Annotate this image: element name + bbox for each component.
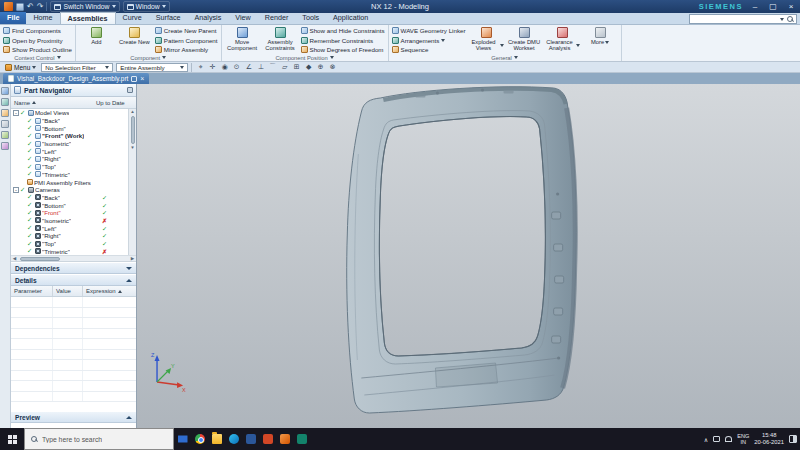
plane-icon[interactable]: ▱ [279, 62, 290, 72]
language-indicator[interactable]: ENG IN [737, 433, 749, 445]
pattern-component-button[interactable]: Pattern Component [155, 35, 218, 44]
word-icon[interactable] [242, 428, 259, 450]
reuse-library-icon[interactable] [1, 120, 9, 128]
part-navigator-icon[interactable] [1, 109, 9, 117]
show-degrees-of-freedom-button[interactable]: Show Degrees of Freedom [301, 45, 385, 54]
tree-item-model-view[interactable]: ✓"Right" [11, 155, 128, 163]
ribbon-tab-view[interactable]: View [228, 12, 257, 24]
assembly-navigator-icon[interactable] [1, 87, 9, 95]
mirror-assembly-button[interactable]: Mirror Assembly [155, 45, 218, 54]
remember-constraints-button[interactable]: Remember Constraints [301, 35, 385, 44]
tree-item-camera[interactable]: ✓"Top"✓ [11, 240, 128, 248]
name-column-header[interactable]: Name [11, 100, 96, 106]
file-explorer-icon[interactable] [208, 428, 225, 450]
minimize-button[interactable] [749, 1, 761, 12]
network-icon[interactable] [713, 436, 720, 442]
scroll-down-icon[interactable]: ▼ [130, 145, 134, 151]
nx-app-icon[interactable] [276, 428, 293, 450]
pin-icon[interactable] [127, 87, 133, 93]
tree-item-model-view[interactable]: ✓"Top" [11, 163, 128, 171]
exploded-views-button[interactable]: Exploded Views [469, 26, 504, 51]
find-components-button[interactable]: Find Components [3, 26, 72, 35]
window-menu-button[interactable]: Window [123, 1, 170, 12]
scroll-thumb[interactable] [20, 257, 60, 261]
create-dmu-workset-button[interactable]: Create DMU Workset [507, 26, 542, 51]
add-component-button[interactable]: Add [79, 26, 114, 45]
endpoint-icon[interactable]: ◉ [219, 62, 230, 72]
angle-icon[interactable]: ∠ [243, 62, 254, 72]
tree-item-model-view[interactable]: ✓"Bottom" [11, 124, 128, 132]
details-section-header[interactable]: Details [11, 274, 136, 286]
command-finder[interactable] [689, 14, 797, 24]
chrome-icon[interactable] [191, 428, 208, 450]
tree-group-model-views[interactable]: -✓Model Views [11, 109, 128, 117]
powerpoint-icon[interactable] [259, 428, 276, 450]
value-column-header[interactable]: Value [53, 286, 83, 296]
undo-icon[interactable]: ↶ [27, 3, 34, 11]
tree-item-camera[interactable]: ✓"Right"✓ [11, 232, 128, 240]
show-hide-constraints-button[interactable]: Show and Hide Constraints [301, 26, 385, 35]
quadrant-icon[interactable]: ⊗ [327, 62, 338, 72]
wave-geometry-linker-button[interactable]: WAVE Geometry Linker [392, 26, 466, 35]
ribbon-group-label-component[interactable]: Component [79, 54, 218, 61]
create-new-button[interactable]: Create New [117, 26, 152, 45]
ribbon-tab-home[interactable]: Home [26, 12, 59, 24]
ribbon-tab-surface[interactable]: Surface [149, 12, 188, 24]
assembly-constraints-button[interactable]: Assembly Constraints [263, 26, 298, 51]
ribbon-tab-application[interactable]: Application [326, 12, 375, 24]
command-finder-input[interactable] [692, 15, 778, 23]
tree-item-model-view[interactable]: ✓"Trimetric" [11, 171, 128, 179]
selection-filter-dropdown[interactable]: No Selection Filter [41, 63, 113, 72]
teams-icon[interactable] [293, 428, 310, 450]
ribbon-tab-render[interactable]: Render [258, 12, 296, 24]
tab-restore-icon[interactable] [131, 76, 137, 82]
scroll-up-icon[interactable]: ▲ [130, 109, 134, 115]
tree-item-pmi-filters[interactable]: PMI Assembly Filters [11, 178, 128, 186]
tree-item-camera[interactable]: ✓"Trimetric"✗ [11, 247, 128, 255]
redo-icon[interactable]: ↷ [37, 3, 44, 11]
ribbon-tab-curve[interactable]: Curve [116, 12, 149, 24]
up-to-date-column-header[interactable]: Up to Date [96, 100, 136, 106]
view-manager-icon[interactable] [1, 131, 9, 139]
tree-group-cameras[interactable]: -✓Cameras [11, 186, 128, 194]
snap-point-icon[interactable]: ✛ [207, 62, 218, 72]
intersection-icon[interactable]: ⊕ [315, 62, 326, 72]
arrangements-button[interactable]: Arrangements [392, 35, 466, 44]
open-by-proximity-button[interactable]: Open by Proximity [3, 35, 72, 44]
perpendicular-icon[interactable]: ⊥ [255, 62, 266, 72]
tree-item-model-view[interactable]: ✓"Left" [11, 147, 128, 155]
switch-window-button[interactable]: Switch Window [50, 1, 119, 12]
scroll-left-icon[interactable]: ◀ [11, 256, 18, 262]
tree-item-model-view[interactable]: ✓"Back" [11, 117, 128, 125]
show-product-outline-button[interactable]: Show Product Outline [3, 45, 72, 54]
tree-item-camera[interactable]: ✓"Isometric"✗ [11, 217, 128, 225]
ribbon-group-label-general[interactable]: General [392, 54, 618, 61]
parameter-column-header[interactable]: Parameter [11, 286, 53, 296]
clearance-analysis-button[interactable]: Clearance Analysis [545, 26, 580, 51]
sequence-button[interactable]: Sequence [392, 45, 466, 54]
midpoint-icon[interactable]: ⊙ [231, 62, 242, 72]
menu-button[interactable]: Menu [3, 64, 38, 71]
preview-section-header[interactable]: Preview [11, 411, 136, 423]
tree-item-model-view[interactable]: ✓"Isometric" [11, 140, 128, 148]
volume-icon[interactable] [725, 436, 732, 442]
history-icon[interactable] [1, 142, 9, 150]
ribbon-group-label-component-position[interactable]: Component Position [225, 54, 385, 61]
tree-item-camera[interactable]: ✓"Back"✓ [11, 194, 128, 202]
tree-vertical-scrollbar[interactable]: ▲▼ [128, 109, 136, 255]
expression-column-header[interactable]: Expression [83, 286, 136, 296]
edge-icon[interactable] [225, 428, 242, 450]
tree-expand-toggle[interactable]: - [13, 110, 19, 116]
move-component-button[interactable]: Move Component [225, 26, 260, 51]
tray-expand-icon[interactable] [704, 436, 708, 443]
scroll-right-icon[interactable]: ▶ [129, 256, 136, 262]
mail-icon[interactable] [174, 428, 191, 450]
dependencies-section-header[interactable]: Dependencies [11, 262, 136, 274]
select-icon[interactable]: ⌖ [195, 62, 206, 72]
viewport-3d[interactable]: Z X Y [137, 84, 800, 428]
ribbon-tab-file[interactable]: File [0, 12, 26, 24]
tab-close-icon[interactable] [140, 75, 144, 82]
tree-expand-toggle[interactable]: - [13, 187, 19, 193]
save-icon[interactable] [16, 3, 24, 11]
more-button[interactable]: More [583, 26, 618, 45]
